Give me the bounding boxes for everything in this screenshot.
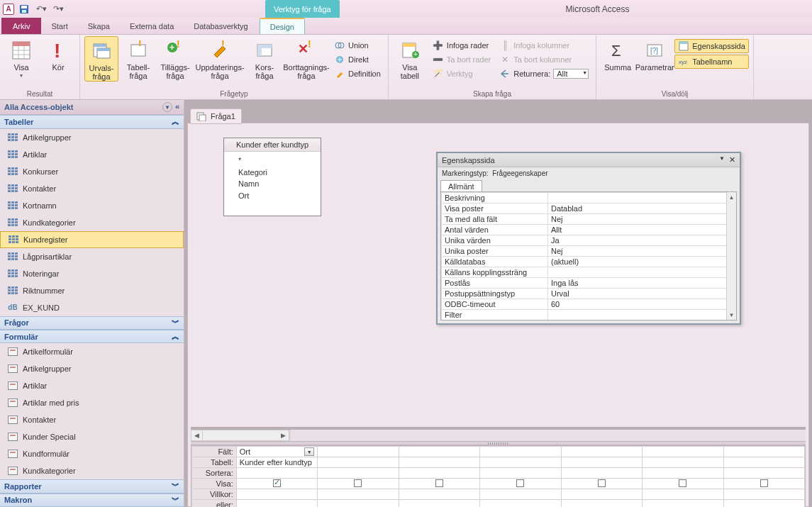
prop-value[interactable]: [548, 193, 736, 204]
nav-header[interactable]: Alla Access-objekt ▼«: [0, 100, 184, 115]
qbe-show-cell[interactable]: [318, 479, 399, 489]
nav-item-form[interactable]: Kundformulär: [0, 445, 184, 462]
nav-group-tabeller[interactable]: Tabeller︽: [0, 115, 184, 128]
tab-skapa[interactable]: Skapa: [78, 18, 120, 34]
qat-undo-icon[interactable]: ↶▾: [34, 2, 48, 16]
nav-item-form[interactable]: Artikelformulär: [0, 343, 184, 360]
nav-item-table[interactable]: Lågprisartiklar: [0, 248, 184, 265]
source-field-list[interactable]: *KategoriNamnOrt: [224, 152, 321, 216]
tillaggsfraga-button[interactable]: +! Tilläggs- fråga: [158, 36, 192, 80]
definition-button[interactable]: Definition: [331, 67, 384, 80]
prop-value[interactable]: Allt: [548, 225, 736, 235]
propsheet-close-icon[interactable]: ✕: [729, 155, 735, 165]
tab-externa[interactable]: Externa data: [120, 18, 184, 34]
prop-value[interactable]: 60: [548, 299, 736, 310]
borttagningsfraga-button[interactable]: ✕! Borttagnings- fråga: [284, 36, 328, 80]
nav-item-table[interactable]: Kortnamn: [0, 197, 184, 214]
propsheet-dropdown-icon[interactable]: ▼: [719, 155, 725, 165]
qbe-cell[interactable]: [723, 468, 804, 479]
nav-group-fragor[interactable]: Frågor︾: [0, 316, 184, 330]
qbe-cell[interactable]: [643, 457, 723, 468]
nav-item-table[interactable]: Noteringar: [0, 265, 184, 282]
nav-group-makron[interactable]: Makron︾: [0, 494, 184, 507]
source-field[interactable]: Ort: [238, 190, 315, 202]
qbe-cell[interactable]: [643, 489, 723, 500]
prop-value[interactable]: [548, 267, 736, 278]
qat-save-icon[interactable]: [17, 2, 31, 16]
nav-group-rapporter[interactable]: Rapporter︾: [0, 479, 184, 493]
egenskapssida-button[interactable]: Egenskapssida: [674, 39, 749, 53]
propsheet-tab-allmant[interactable]: Allmänt: [440, 180, 482, 192]
qbe-cell[interactable]: [643, 500, 723, 508]
qbe-show-cell[interactable]: [480, 479, 561, 489]
tabortrader-button[interactable]: ➖Ta bort rader: [430, 53, 494, 66]
qbe-cell[interactable]: [561, 468, 642, 479]
qbe-cell[interactable]: [236, 468, 317, 479]
property-grid[interactable]: BeskrivningVisa posterDatabladTa med all…: [440, 191, 737, 321]
propsheet-scrollbar[interactable]: ▲▼: [726, 192, 736, 320]
checkbox-icon[interactable]: [679, 479, 686, 487]
qbe-cell[interactable]: [561, 447, 642, 457]
qbe-cell[interactable]: [561, 489, 642, 500]
qbe-show-cell[interactable]: [236, 479, 317, 489]
checkbox-icon[interactable]: [435, 479, 443, 487]
returnera-combo[interactable]: Allt▼: [553, 69, 589, 79]
qbe-cell[interactable]: [318, 500, 399, 508]
tab-file[interactable]: Arkiv: [1, 18, 41, 34]
qbe-cell[interactable]: [480, 489, 561, 500]
nav-collapse-icon[interactable]: «: [175, 102, 179, 112]
qbe-cell[interactable]: [723, 457, 804, 468]
prop-value[interactable]: (aktuell): [548, 257, 736, 267]
kor-button[interactable]: ! Kör: [41, 36, 75, 72]
source-field[interactable]: *: [238, 155, 315, 167]
source-table-box[interactable]: Kunder efter kundtyp *KategoriNamnOrt: [223, 138, 321, 216]
qbe-cell[interactable]: [236, 500, 317, 508]
nav-item-table[interactable]: Kontakter: [0, 180, 184, 197]
qbe-cell[interactable]: [399, 500, 479, 508]
qbe-cell[interactable]: [480, 468, 561, 479]
nav-item-form[interactable]: Artikelgrupper: [0, 360, 184, 377]
combo-arrow-icon[interactable]: ▼: [304, 447, 314, 456]
qbe-field-cell[interactable]: Ort▼: [236, 447, 317, 457]
nav-item-table[interactable]: Kundregister: [0, 231, 184, 248]
checkbox-checked-icon[interactable]: [273, 479, 281, 487]
qbe-cell[interactable]: [561, 500, 642, 508]
qbe-cell[interactable]: [561, 457, 642, 468]
nav-item-table[interactable]: Konkurser: [0, 163, 184, 180]
qbe-show-cell[interactable]: [723, 479, 804, 489]
qbe-grid[interactable]: Fält: Ort▼ Tabell: Kunder efter kundtyp …: [191, 445, 806, 507]
qbe-table-value[interactable]: Kunder efter kundtyp: [236, 457, 317, 468]
qbe-cell[interactable]: [318, 468, 399, 479]
qbe-cell[interactable]: [399, 468, 479, 479]
prop-value[interactable]: [548, 310, 736, 321]
tab-start[interactable]: Start: [41, 18, 77, 34]
qbe-cell[interactable]: [643, 447, 723, 457]
checkbox-icon[interactable]: [760, 479, 768, 487]
qbe-cell[interactable]: [480, 457, 561, 468]
nav-item-form[interactable]: Kundkategorier: [0, 462, 184, 479]
qbe-cell[interactable]: [399, 447, 479, 457]
prop-value[interactable]: Nej: [548, 246, 736, 257]
visa-button[interactable]: Visa ▼: [4, 36, 38, 79]
urvalsfraga-button[interactable]: Urvals- fråga: [84, 36, 118, 82]
qbe-cell[interactable]: [318, 457, 399, 468]
qbe-cell[interactable]: [318, 489, 399, 500]
checkbox-icon[interactable]: [516, 479, 524, 487]
qbe-show-cell[interactable]: [399, 479, 479, 489]
nav-item-table[interactable]: Artiklar: [0, 146, 184, 163]
union-button[interactable]: Union: [331, 39, 384, 52]
splitter[interactable]: [191, 441, 806, 445]
checkbox-icon[interactable]: [598, 479, 606, 487]
nav-item-form[interactable]: Artiklar: [0, 377, 184, 394]
prop-value[interactable]: Nej: [548, 214, 736, 225]
qbe-show-cell[interactable]: [643, 479, 723, 489]
prop-value[interactable]: Datablad: [548, 204, 736, 214]
document-tab[interactable]: Fråga1: [190, 108, 242, 124]
qbe-cell[interactable]: [723, 489, 804, 500]
korsfraga-button[interactable]: Kors- fråga: [248, 36, 282, 80]
qbe-cell[interactable]: [723, 447, 804, 457]
prop-value[interactable]: Inga lås: [548, 278, 736, 289]
nav-item-table[interactable]: dBEX_KUND: [0, 299, 184, 316]
nav-item-form[interactable]: Kontakter: [0, 411, 184, 428]
tabellfraga-button[interactable]: ! Tabell- fråga: [121, 36, 155, 80]
